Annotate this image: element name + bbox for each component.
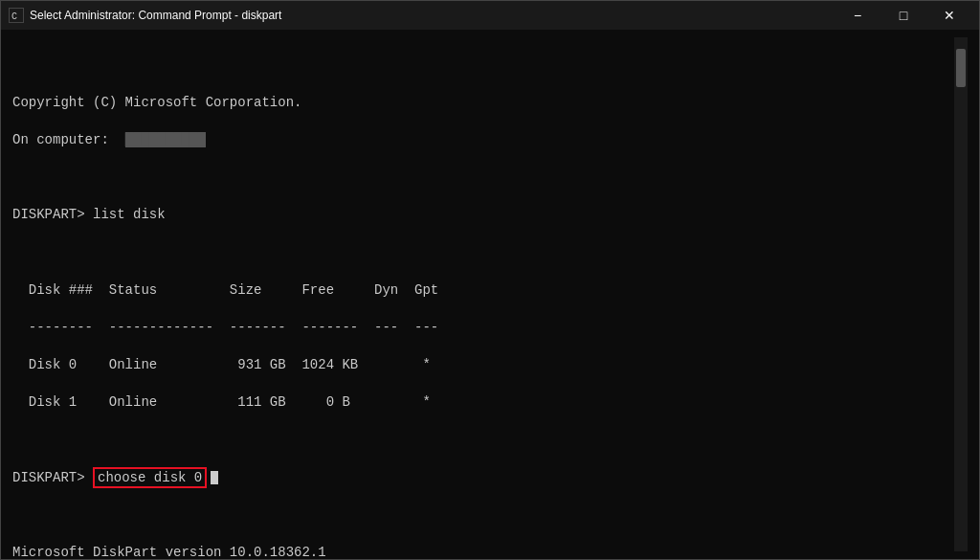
line-blank4: [12, 431, 954, 450]
window: C Select Administrator: Command Prompt -…: [0, 0, 980, 560]
line-disk1: Disk 1 Online 111 GB 0 B *: [12, 393, 954, 413]
window-controls: − □ ✕: [835, 1, 971, 30]
maximize-button[interactable]: □: [881, 1, 925, 30]
line-blank1: [12, 56, 954, 76]
line-choose-disk: DISKPART> choose disk 0: [12, 469, 954, 488]
window-title: Select Administrator: Command Prompt - d…: [30, 9, 281, 22]
minimize-button[interactable]: −: [835, 1, 880, 30]
cmd-icon: C: [9, 8, 24, 23]
svg-text:C: C: [11, 11, 17, 22]
line-disk0: Disk 0 Online 931 GB 1024 KB *: [12, 356, 954, 375]
terminal-content: Copyright (C) Microsoft Corporation. On …: [1, 30, 979, 559]
cursor: [211, 471, 218, 484]
line-list-disk: DISKPART> list disk: [12, 206, 954, 225]
title-bar: C Select Administrator: Command Prompt -…: [1, 1, 979, 30]
title-bar-left: C Select Administrator: Command Prompt -…: [9, 8, 281, 23]
line-computer: On computer: ██████████: [12, 131, 954, 150]
line-version: Microsoft DiskPart version 10.0.18362.1: [12, 544, 954, 559]
line-blank5: [12, 506, 954, 526]
line-header: Disk ### Status Size Free Dyn Gpt: [12, 281, 954, 301]
terminal-output: Copyright (C) Microsoft Corporation. On …: [12, 37, 954, 551]
scrollbar-thumb[interactable]: [956, 49, 966, 87]
line-copyright: Copyright (C) Microsoft Corporation.: [12, 94, 954, 113]
highlighted-command: choose disk 0: [93, 467, 207, 488]
line-blank3: [12, 244, 954, 263]
scrollbar[interactable]: [954, 37, 968, 551]
close-button[interactable]: ✕: [927, 1, 971, 30]
line-divider: -------- ------------- ------- ------- -…: [12, 319, 954, 338]
line-blank2: [12, 168, 954, 188]
